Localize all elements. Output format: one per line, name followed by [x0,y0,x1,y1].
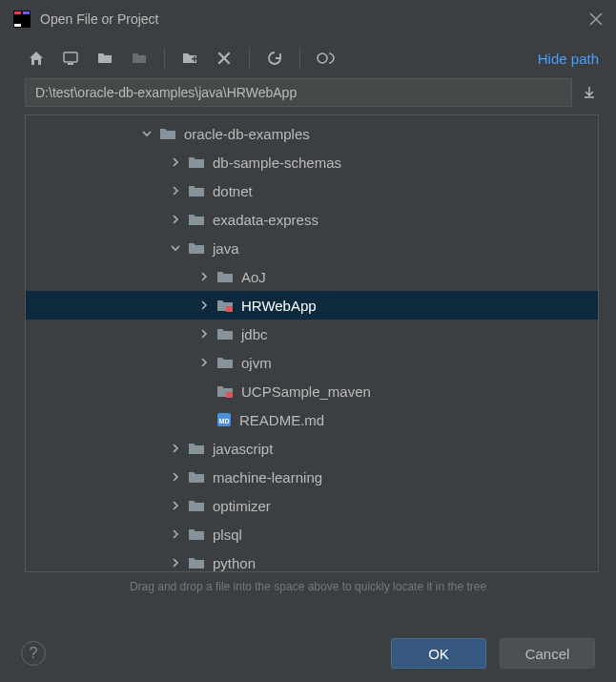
tree-node-label: AoJ [241,269,266,285]
file-tree[interactable]: oracle-db-examplesdb-sample-schemasdotne… [26,115,598,571]
svg-text:MD: MD [219,418,230,424]
tree-node[interactable]: java [26,234,598,262]
svg-point-8 [318,53,327,63]
chevron-right-icon[interactable] [197,356,211,369]
project-folder-icon[interactable] [93,47,116,70]
intellij-icon [13,10,31,28]
folder-icon [188,555,205,570]
hide-path-link[interactable]: Hide path [538,51,599,67]
help-button[interactable]: ? [21,641,46,666]
folder-icon [188,240,205,256]
folder-icon [216,269,234,284]
tree-node[interactable]: oracle-db-examples [26,119,598,148]
chevron-right-icon[interactable] [169,155,182,169]
tree-node[interactable]: dotnet [26,176,598,205]
svg-rect-5 [68,63,73,65]
folder-icon [188,183,205,198]
svg-rect-7 [194,56,195,62]
chevron-right-icon[interactable] [169,213,182,226]
folder-icon [188,441,205,456]
tree-node[interactable]: optimizer [26,491,598,520]
arrow-placeholder [197,384,211,398]
tree-node-label: oracle-db-examples [184,126,310,142]
tree-node-label: exadata-express [213,212,318,228]
tree-node-label: ojvm [241,355,272,371]
folder-icon [188,527,205,542]
tree-node-label: jdbc [241,326,268,342]
show-hidden-icon[interactable] [314,47,337,70]
titlebar: Open File or Project [0,0,616,38]
hint-label: Drag and drop a file into the space abov… [0,580,616,593]
folder-icon [188,212,205,227]
chevron-right-icon[interactable] [169,470,182,484]
tree-node[interactable]: machine-learning [26,463,598,491]
delete-icon[interactable] [213,47,236,70]
folder-icon [216,326,234,341]
tree-node-label: python [213,555,256,571]
tree-node[interactable]: javascript [26,434,598,463]
folder-icon [188,155,205,170]
folder-icon [188,469,205,485]
folder-icon [216,355,234,370]
new-folder-icon[interactable] [178,47,201,70]
arrow-placeholder [197,413,211,426]
tree-node-label: plsql [213,527,242,543]
separator [164,48,165,69]
chevron-right-icon[interactable] [197,270,211,283]
svg-rect-3 [14,24,21,27]
tree-node-label: UCPSample_maven [241,383,371,400]
tree-node[interactable]: jdbc [26,320,598,348]
tree-node[interactable]: AoJ [26,262,598,291]
tree-node[interactable]: python [26,548,598,571]
tree-node[interactable]: plsql [26,520,598,548]
tree-node-label: javascript [213,441,273,457]
path-row [0,78,616,114]
close-icon[interactable] [589,12,603,26]
chevron-right-icon[interactable] [169,184,182,197]
tree-node[interactable]: UCPSample_maven [26,377,598,405]
separator [299,48,300,69]
tree-container: oracle-db-examplesdb-sample-schemasdotne… [25,114,599,572]
chevron-right-icon[interactable] [197,299,211,312]
chevron-right-icon[interactable] [169,556,182,569]
tree-node[interactable]: MDREADME.md [26,405,598,434]
chevron-right-icon[interactable] [197,327,211,341]
tree-node-label: machine-learning [213,469,322,486]
tree-node[interactable]: HRWebApp [26,291,598,320]
home-icon[interactable] [25,47,48,70]
chevron-down-icon[interactable] [140,127,154,140]
tree-node-label: HRWebApp [241,298,317,314]
tree-node[interactable]: exadata-express [26,205,598,234]
folder-icon [159,126,176,141]
project-icon [216,298,234,313]
chevron-right-icon[interactable] [169,499,182,512]
svg-rect-2 [23,11,30,14]
history-icon[interactable] [580,83,599,102]
path-input[interactable] [25,78,572,107]
svg-rect-4 [64,52,77,62]
tree-node-label: db-sample-schemas [213,155,341,171]
svg-rect-1 [14,11,21,14]
svg-rect-12 [226,392,233,398]
folder-icon [188,498,205,513]
tree-node-label: java [213,240,239,257]
toolbar: Hide path [0,38,616,78]
chevron-right-icon[interactable] [169,442,182,455]
tree-node[interactable]: ojvm [26,348,598,377]
chevron-right-icon[interactable] [169,527,182,541]
ok-button[interactable]: OK [391,638,486,669]
tree-node-label: README.md [239,412,324,428]
refresh-icon[interactable] [263,47,286,70]
dialog-title: Open File or Project [40,11,589,27]
tree-node[interactable]: db-sample-schemas [26,148,598,176]
cancel-button[interactable]: Cancel [500,638,595,669]
module-folder-icon [128,47,151,70]
separator [249,48,250,69]
svg-rect-10 [226,306,233,312]
footer: ? OK Cancel [0,638,616,669]
markdown-file-icon: MD [216,412,232,427]
tree-node-label: optimizer [213,498,271,514]
chevron-down-icon[interactable] [169,241,182,255]
desktop-icon[interactable] [59,47,82,70]
project-icon [216,383,234,399]
